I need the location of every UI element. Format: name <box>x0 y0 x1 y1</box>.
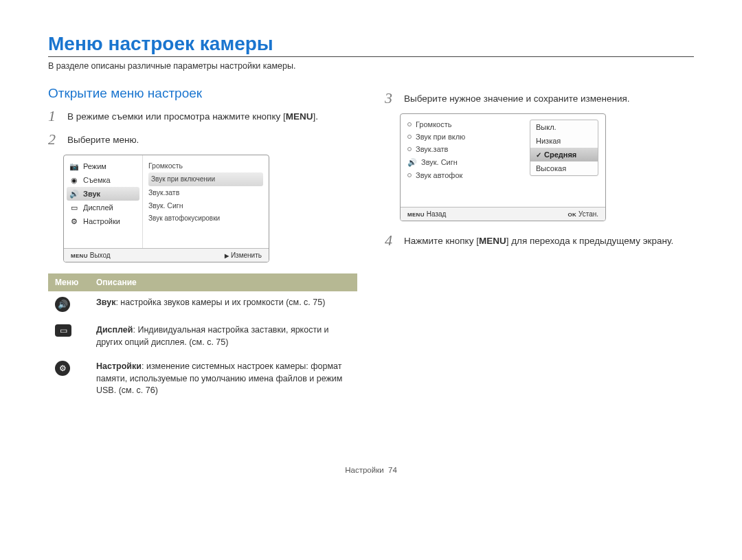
step-text: Выберите меню. <box>67 131 357 147</box>
right-column: 3 Выберите нужное значение и сохраните и… <box>385 86 694 404</box>
submenu-item[interactable]: Звук.затв <box>148 186 263 199</box>
screen-footer: MENUНазад OKУстан. <box>401 207 605 221</box>
table-header-desc: Описание <box>89 273 357 291</box>
radio-icon <box>407 147 412 151</box>
footer-left-label: Назад <box>427 210 447 218</box>
menu-item-label: Режим <box>83 162 106 170</box>
menu-key-icon: MENU <box>407 212 425 218</box>
row-desc-cell: Звук: настройка звуков камеры и их громк… <box>89 291 357 319</box>
menu-item-label: Дисплей <box>83 203 113 212</box>
menu-item-settings[interactable]: ⚙ Настройки <box>67 214 139 228</box>
table-row: 🔊 Звук: настройка звуков камеры и их гро… <box>48 291 357 319</box>
popup-option-mid[interactable]: Средняя <box>530 148 598 161</box>
popup-label: Средняя <box>544 150 576 159</box>
footer-page-number: 74 <box>388 466 397 474</box>
submenu-item[interactable]: Звук при включении <box>148 172 263 186</box>
left-column: Открытие меню настроек 1 В режиме съемки… <box>48 86 357 404</box>
menu-description-table: Меню Описание 🔊 Звук: настройка звуков к… <box>48 273 357 404</box>
step-text: В режиме съемки или просмотра нажмите кн… <box>67 108 357 124</box>
camera-screen-value: Громкость Звук при вклю Звук.затв 🔊Звук.… <box>400 113 606 221</box>
gear-icon: ⚙ <box>69 216 79 226</box>
row-title: Дисплей <box>96 325 133 335</box>
camera-icon: 📷 <box>69 161 79 171</box>
step4-pre: Нажмите кнопку [ <box>404 236 479 246</box>
page: Меню настроек камеры В разделе описаны р… <box>0 0 742 488</box>
row-desc-cell: Настройки: изменение системных настроек … <box>89 355 357 404</box>
submenu-item[interactable]: Звук. Сигн <box>148 199 263 212</box>
footer-section: Настройки <box>345 466 383 474</box>
step-text: Нажмите кнопку [MENU] для перехода к пре… <box>404 232 694 248</box>
step-number: 4 <box>385 232 397 249</box>
submenu-item[interactable]: Громкость <box>148 159 263 172</box>
popup-option-off[interactable]: Выкл. <box>530 120 598 134</box>
footer-left: MENUНазад <box>407 210 446 218</box>
popup-label: Низкая <box>536 137 561 145</box>
option-label: Звук автофок <box>416 171 462 179</box>
row-icon-cell: ⚙ <box>48 355 89 404</box>
menu-item-sound[interactable]: 🔊 Звук <box>67 187 139 201</box>
table-row: ▭ Дисплей: Индивидуальная настройка заст… <box>48 319 357 355</box>
step-1: 1 В режиме съемки или просмотра нажмите … <box>48 108 357 124</box>
footer-right: ▶Изменить <box>225 251 262 259</box>
row-icon-cell: 🔊 <box>48 291 89 319</box>
popup-label: Высокая <box>536 164 566 172</box>
screen-footer: MENUВыход ▶Изменить <box>64 248 269 262</box>
radio-icon <box>407 135 412 139</box>
ok-key-icon: OK <box>567 212 576 218</box>
footer-left-label: Выход <box>90 251 111 259</box>
step-number: 1 <box>48 108 60 124</box>
footer-right: OKУстан. <box>567 210 598 218</box>
table-row: ⚙ Настройки: изменение системных настрое… <box>48 355 357 404</box>
submenu-item[interactable]: Звук автофокусировки <box>148 212 263 225</box>
submenu-list: Громкость Звук при включении Звук.затв З… <box>143 155 269 248</box>
footer-left: MENUВыход <box>71 251 111 259</box>
footer-right-label: Устан. <box>578 210 598 218</box>
screen-body: Громкость Звук при вклю Звук.затв 🔊Звук.… <box>401 114 605 207</box>
camera-screen-menu: 📷 Режим ◉ Съемка 🔊 Звук ▭ <box>63 155 269 262</box>
table-header-menu: Меню <box>48 273 89 291</box>
page-title: Меню настроек камеры <box>48 33 694 57</box>
option-item[interactable]: Звук при вклю <box>406 131 495 143</box>
step-number: 2 <box>48 131 60 148</box>
gear-icon: ⚙ <box>55 361 70 376</box>
row-desc-cell: Дисплей: Индивидуальная настройка застав… <box>89 319 357 355</box>
two-column-layout: Открытие меню настроек 1 В режиме съемки… <box>48 86 694 404</box>
menu-item-mode[interactable]: 📷 Режим <box>67 159 139 173</box>
menu-key-label: MENU <box>286 111 313 122</box>
right-key-icon: ▶ <box>225 253 229 259</box>
check-icon <box>536 150 541 159</box>
option-item[interactable]: 🔊Звук. Сигн <box>406 155 495 169</box>
option-item[interactable]: Громкость <box>406 118 495 131</box>
popup-option-low[interactable]: Низкая <box>530 134 598 148</box>
menu-item-label: Съемка <box>83 176 111 184</box>
aperture-icon: ◉ <box>69 175 79 185</box>
menu-key-icon: MENU <box>71 253 88 259</box>
step-4: 4 Нажмите кнопку [MENU] для перехода к п… <box>385 232 694 249</box>
menu-item-shoot[interactable]: ◉ Съемка <box>67 173 139 187</box>
radio-icon <box>407 122 412 126</box>
intro-text: В разделе описаны различные параметры на… <box>48 61 694 71</box>
speaker-icon: 🔊 <box>69 189 79 199</box>
popup-label: Выкл. <box>536 123 556 131</box>
display-icon: ▭ <box>69 203 79 212</box>
speaker-icon: 🔊 <box>407 157 417 167</box>
screen-body: 📷 Режим ◉ Съемка 🔊 Звук ▭ <box>64 155 269 248</box>
step-text: Выберите нужное значение и сохраните изм… <box>404 90 694 106</box>
row-icon-cell: ▭ <box>48 319 89 355</box>
menu-category-list: 📷 Режим ◉ Съемка 🔊 Звук ▭ <box>64 155 143 248</box>
popup-option-high[interactable]: Высокая <box>530 161 598 175</box>
option-item[interactable]: Звук.затв <box>406 143 495 155</box>
step1-pre: В режиме съемки или просмотра нажмите кн… <box>67 111 286 122</box>
row-title: Звук <box>96 298 115 307</box>
option-item[interactable]: Звук автофок <box>406 169 495 181</box>
menu-item-label: Настройки <box>83 217 120 225</box>
menu-item-label: Звук <box>83 190 100 198</box>
page-footer: Настройки 74 <box>48 466 694 474</box>
step1-post: ]. <box>313 111 318 122</box>
menu-item-display[interactable]: ▭ Дисплей <box>67 201 139 214</box>
row-body: : настройка звуков камеры и их громкости… <box>115 298 325 307</box>
display-icon: ▭ <box>55 324 71 337</box>
option-label: Громкость <box>416 120 451 128</box>
menu-key-label: MENU <box>479 236 506 246</box>
step-number: 3 <box>385 90 397 107</box>
